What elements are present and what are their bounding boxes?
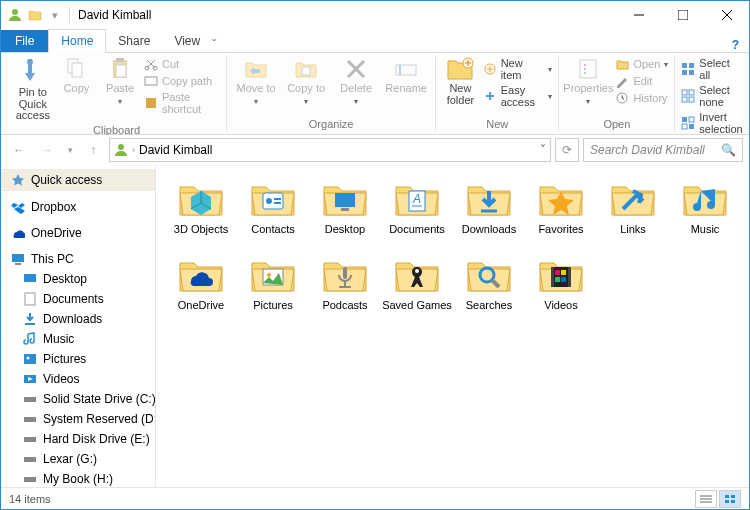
folder-label: Music bbox=[691, 223, 720, 235]
svg-rect-53 bbox=[24, 477, 36, 482]
folder-desktop[interactable]: Desktop bbox=[310, 179, 380, 235]
folder-label: Documents bbox=[389, 223, 445, 235]
folder-label: 3D Objects bbox=[174, 223, 228, 235]
forward-button[interactable]: → bbox=[35, 138, 59, 162]
svg-rect-51 bbox=[24, 437, 36, 442]
folder-icon bbox=[537, 255, 585, 295]
folder-links[interactable]: Links bbox=[598, 179, 668, 235]
svg-rect-81 bbox=[561, 277, 566, 282]
folder-onedrive[interactable]: OneDrive bbox=[166, 255, 236, 311]
new-folder-button[interactable]: New folder bbox=[442, 57, 479, 106]
svg-rect-46 bbox=[24, 354, 36, 364]
tab-home[interactable]: Home bbox=[48, 29, 106, 53]
pin-quick-access-button[interactable]: Pin to Quick access bbox=[13, 57, 53, 122]
sidebar-item-videos[interactable]: Videos bbox=[1, 369, 155, 389]
sidebar-item-my-book-h-[interactable]: My Book (H:) bbox=[1, 469, 155, 487]
sidebar-item-onedrive[interactable]: OneDrive bbox=[1, 223, 155, 243]
folder-label: Podcasts bbox=[322, 299, 367, 311]
copy-button: Copy bbox=[57, 57, 97, 95]
copy-to-button: Copy to▾ bbox=[283, 57, 329, 106]
item-count: 14 items bbox=[9, 493, 51, 505]
folder-label: Desktop bbox=[325, 223, 365, 235]
folder-pictures[interactable]: Pictures bbox=[238, 255, 308, 311]
search-icon: 🔍 bbox=[721, 143, 736, 157]
folder-videos[interactable]: Videos bbox=[526, 255, 596, 311]
svg-rect-31 bbox=[689, 70, 694, 75]
recent-dropdown[interactable]: ▾ bbox=[63, 138, 77, 162]
folder-favorites[interactable]: Favorites bbox=[526, 179, 596, 235]
select-all-button[interactable]: Select all bbox=[681, 57, 742, 81]
svg-rect-29 bbox=[689, 63, 694, 68]
folder-icon bbox=[537, 179, 585, 219]
sidebar-item-dropbox[interactable]: Dropbox bbox=[1, 197, 155, 217]
sidebar-item-solid-state-drive-c-[interactable]: Solid State Drive (C:) bbox=[1, 389, 155, 409]
new-item-button[interactable]: New item ▾ bbox=[483, 57, 553, 81]
folder-saved-games[interactable]: Saved Games bbox=[382, 255, 452, 311]
folder-searches[interactable]: Searches bbox=[454, 255, 524, 311]
cut-button: Cut bbox=[144, 57, 220, 71]
ribbon: Pin to Quick access Copy Paste ▾ Cut Cop… bbox=[1, 53, 749, 135]
svg-rect-44 bbox=[25, 293, 35, 305]
folder-label: Favorites bbox=[538, 223, 583, 235]
content-pane[interactable]: 3D ObjectsContactsDesktopADocumentsDownl… bbox=[156, 165, 749, 487]
svg-rect-32 bbox=[682, 90, 687, 95]
svg-point-26 bbox=[584, 72, 586, 74]
icons-view-button[interactable] bbox=[719, 490, 741, 508]
svg-text:A: A bbox=[412, 192, 421, 206]
sidebar-item-hard-disk-drive-e-[interactable]: Hard Disk Drive (E:) bbox=[1, 429, 155, 449]
folder-documents[interactable]: ADocuments bbox=[382, 179, 452, 235]
help-icon[interactable]: ? bbox=[732, 38, 739, 52]
new-small-buttons: New item ▾ Easy access ▾ bbox=[483, 57, 553, 108]
qat-dropdown-icon[interactable]: ▾ bbox=[47, 7, 63, 23]
folder-contacts[interactable]: Contacts bbox=[238, 179, 308, 235]
folder-music[interactable]: Music bbox=[670, 179, 740, 235]
svg-rect-15 bbox=[146, 98, 156, 108]
refresh-button[interactable]: ⟳ bbox=[555, 138, 579, 162]
sidebar-item-downloads[interactable]: Downloads bbox=[1, 309, 155, 329]
folder-icon bbox=[465, 255, 513, 295]
minimize-button[interactable] bbox=[617, 1, 661, 29]
sidebar-item-documents[interactable]: Documents bbox=[1, 289, 155, 309]
sidebar-item-thispc[interactable]: This PC bbox=[1, 249, 155, 269]
folder-label: Contacts bbox=[251, 223, 294, 235]
svg-rect-11 bbox=[116, 65, 126, 77]
close-button[interactable] bbox=[705, 1, 749, 29]
delete-button: Delete▾ bbox=[333, 57, 379, 106]
sidebar-item-system-reserved-d-[interactable]: System Reserved (D:) bbox=[1, 409, 155, 429]
sidebar-item-pictures[interactable]: Pictures bbox=[1, 349, 155, 369]
tab-file[interactable]: File bbox=[1, 30, 48, 52]
folder-label: Saved Games bbox=[382, 299, 452, 311]
search-input[interactable]: Search David Kimball 🔍 bbox=[583, 138, 743, 162]
svg-rect-59 bbox=[274, 198, 281, 200]
svg-rect-43 bbox=[24, 274, 36, 282]
sidebar-item-desktop[interactable]: Desktop bbox=[1, 269, 155, 289]
folder-icon bbox=[177, 179, 225, 219]
paste-button: Paste ▾ bbox=[100, 57, 140, 106]
folder-3d-objects[interactable]: 3D Objects bbox=[166, 179, 236, 235]
tab-share[interactable]: Share bbox=[106, 30, 162, 52]
back-button[interactable]: ← bbox=[7, 138, 31, 162]
navigation-pane[interactable]: Quick access Dropbox OneDrive This PC De… bbox=[1, 165, 156, 487]
sidebar-item-lexar-g-[interactable]: Lexar (G:) bbox=[1, 449, 155, 469]
svg-rect-88 bbox=[731, 500, 735, 503]
sidebar-item-music[interactable]: Music bbox=[1, 329, 155, 349]
folder-label: OneDrive bbox=[178, 299, 224, 311]
invert-selection-button[interactable]: Invert selection bbox=[681, 111, 742, 135]
select-none-button[interactable]: Select none bbox=[681, 84, 742, 108]
svg-point-58 bbox=[266, 198, 272, 204]
maximize-button[interactable] bbox=[661, 1, 705, 29]
svg-rect-30 bbox=[682, 70, 687, 75]
breadcrumb-folder[interactable]: David Kimball bbox=[139, 143, 212, 157]
folder-podcasts[interactable]: Podcasts bbox=[310, 255, 380, 311]
folder-downloads[interactable]: Downloads bbox=[454, 179, 524, 235]
svg-point-24 bbox=[584, 64, 586, 66]
easy-access-button[interactable]: Easy access ▾ bbox=[483, 84, 553, 108]
ribbon-tabs: File Home Share View ˇ ? bbox=[1, 29, 749, 53]
up-button[interactable]: ↑ bbox=[81, 138, 105, 162]
collapse-ribbon-icon[interactable]: ˇ bbox=[212, 38, 216, 52]
breadcrumb[interactable]: › David Kimball ˅ bbox=[109, 138, 551, 162]
tab-view[interactable]: View bbox=[162, 30, 212, 52]
details-view-button[interactable] bbox=[695, 490, 717, 508]
open-button: Open ▾ bbox=[615, 57, 668, 71]
quick-access-header[interactable]: Quick access bbox=[1, 169, 155, 191]
